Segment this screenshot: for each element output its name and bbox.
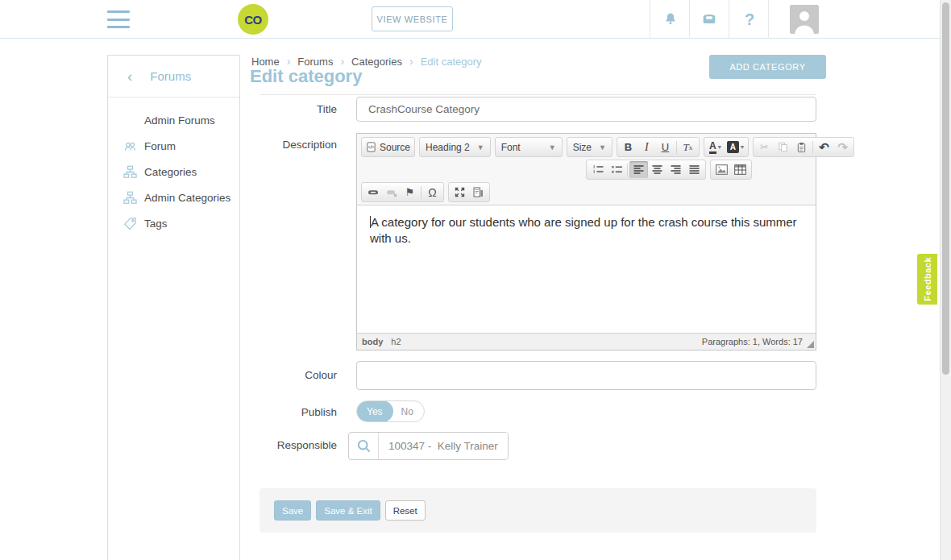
page-title: Edit category [250,66,362,87]
sidebar-item-tags[interactable]: Tags [108,210,239,236]
sitemap-icon [123,165,137,179]
source-button[interactable]: Source [363,139,413,156]
form-actions-panel: Save Save & Exit Reset [260,488,816,533]
sidebar-item-label: Categories [144,166,197,178]
maximize-button[interactable] [451,184,469,201]
responsible-picker [348,432,509,460]
save-and-exit-button[interactable]: Save & Exit [316,500,380,521]
size-dropdown[interactable]: Size▼ [567,137,613,157]
sidebar-item-categories[interactable]: Categories [108,159,239,185]
sidebar-list: Admin Forums Forum Cat [108,97,239,236]
search-icon[interactable] [349,433,379,459]
colour-input[interactable] [356,361,816,390]
insert-image-button[interactable] [712,161,731,178]
bold-button[interactable]: B [619,139,637,156]
chevron-down-icon: ▼ [477,143,484,151]
description-rich-text-editor: Source Heading 2▼ Font▼ Size▼ [356,133,816,351]
chevron-left-icon: ‹ [127,68,132,84]
tag-icon [123,217,137,230]
scrollbar-thumb[interactable] [942,2,949,375]
title-input[interactable] [356,97,816,122]
special-character-button[interactable]: Ω [423,184,442,201]
align-right-button[interactable] [667,161,685,178]
sidebar-back-forums[interactable]: ‹ Forums [108,56,239,97]
background-color-button[interactable]: A▾ [725,139,746,156]
view-website-button[interactable]: VIEW WEBSITE [372,6,453,31]
sidebar-title: Forums [150,69,191,83]
reset-button[interactable]: Reset [385,500,426,521]
align-justify-button[interactable] [685,161,704,178]
help-icon[interactable]: ? [730,0,769,39]
breadcrumb-separator: › [409,55,413,68]
sidebar-item-label: Admin Categories [144,192,230,204]
copy-icon [774,139,792,156]
topbar-divider [729,0,729,39]
title-divider [260,94,816,95]
notifications-bell-icon[interactable] [651,0,690,39]
word-count: Paragraphs: 1, Words: 17 [702,337,803,346]
user-avatar[interactable] [790,5,819,34]
feedback-tab-label: Feedback [923,257,932,301]
text-color-button[interactable]: A▾ [706,139,725,156]
save-button[interactable]: Save [274,500,311,521]
breadcrumb-current: Edit category [421,56,482,68]
align-left-button[interactable] [629,161,648,178]
bulleted-list-button[interactable] [607,161,625,178]
publish-label: Publish [250,406,337,418]
paste-icon[interactable] [792,139,811,156]
main-content: Home › Forums › Categories › Edit catego… [250,48,827,560]
chevron-down-icon: ▼ [599,143,606,151]
editor-toolbar: Source Heading 2▼ Font▼ Size▼ [357,134,816,205]
undo-button[interactable]: ↶ [815,139,833,156]
underline-button[interactable]: U [656,139,675,156]
remove-format-button[interactable]: Tx [679,139,697,156]
editor-footer: body h2 Paragraphs: 1, Words: 17 [357,333,816,350]
publish-yes-option[interactable]: Yes [356,400,393,422]
show-blocks-button[interactable] [469,184,488,201]
paragraph-format-dropdown[interactable]: Heading 2▼ [419,137,491,157]
responsible-label: Responsible [250,439,337,451]
responsible-input[interactable] [379,433,508,459]
topbar-divider [650,0,650,39]
topbar: CO VIEW WEBSITE ? [0,0,951,39]
numbered-list-button[interactable] [588,161,607,178]
align-center-button[interactable] [648,161,667,178]
sidebar: ‹ Forums Admin Forums Forum [107,55,240,560]
sidebar-item-admin-categories[interactable]: Admin Categories [108,185,239,210]
app-root: CO VIEW WEBSITE ? ‹ Forums Admin Forums [0,0,951,560]
element-path-body[interactable]: body [362,337,383,346]
link-button[interactable] [363,184,382,201]
element-path: body h2 [362,337,401,346]
unlink-icon [382,184,401,201]
description-text: A category for our students who are sign… [370,215,797,245]
redo-icon: ↷ [833,139,852,156]
sidebar-item-label: Admin Forums [144,114,215,127]
chevron-down-icon: ▼ [549,143,556,151]
sidebar-item-label: Tags [144,218,168,230]
inbox-tray-icon[interactable] [690,0,729,39]
publish-toggle: Yes No [356,400,425,422]
co-logo[interactable]: CO [238,4,268,35]
forum-people-icon [123,139,137,153]
sidebar-item-label: Forum [144,140,176,152]
sidebar-item-admin-forums[interactable]: Admin Forums [108,107,239,133]
scrollbar-track [940,0,951,560]
sitemap-icon [123,191,137,205]
description-label: Description [250,139,337,151]
colour-label: Colour [250,369,337,381]
sidebar-item-forum[interactable]: Forum [108,133,239,159]
cut-icon: ✂ [755,139,774,156]
feedback-tab[interactable]: Feedback [917,254,937,305]
hamburger-menu-icon[interactable] [107,10,130,28]
editor-resize-handle[interactable] [807,341,814,348]
italic-button[interactable]: I [637,139,656,156]
add-category-button[interactable]: ADD CATEGORY [709,55,826,79]
element-path-h2[interactable]: h2 [391,337,401,346]
anchor-flag-button[interactable]: ⚑ [401,184,419,201]
editor-content[interactable]: A category for our students who are sign… [357,205,816,333]
publish-no-option[interactable]: No [393,406,424,417]
title-label: Title [250,103,337,115]
insert-table-button[interactable] [731,161,750,178]
font-dropdown[interactable]: Font▼ [495,137,563,157]
